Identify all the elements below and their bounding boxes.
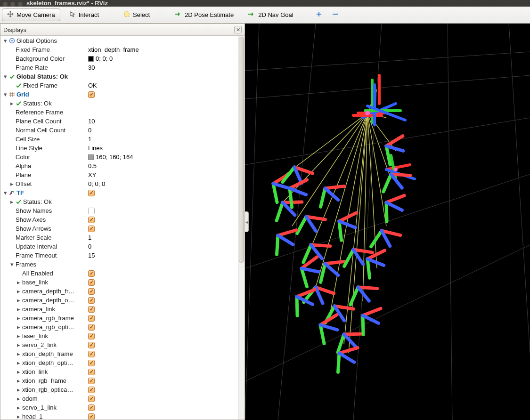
show-axes-checkbox[interactable]	[88, 217, 95, 223]
frame-10-checkbox[interactable]	[88, 369, 95, 375]
grid-color-value[interactable]: 160; 160; 164	[88, 153, 133, 161]
frame-rate-value[interactable]: 30	[88, 64, 95, 71]
update-interval-value[interactable]: 0	[88, 243, 91, 250]
frame-7-checkbox[interactable]	[88, 342, 95, 348]
frame-2[interactable]: ▸camera_depth_o…	[0, 296, 238, 305]
frame-2-checkbox[interactable]	[88, 297, 95, 304]
frame-14-expander[interactable]: ▸	[16, 404, 21, 411]
tf-display-expander[interactable]: ▾	[2, 189, 8, 196]
grid-plane-value[interactable]: XY	[88, 171, 96, 178]
frame-7-expander[interactable]: ▸	[16, 341, 21, 348]
frame-12-checkbox[interactable]	[88, 387, 95, 393]
frame-15-expander[interactable]: ▸	[16, 413, 21, 420]
scrollbar[interactable]	[238, 36, 245, 420]
grid-display-expander[interactable]: ▾	[2, 91, 8, 98]
global-status-expander[interactable]: ▾	[2, 73, 8, 80]
all-enabled-checkbox[interactable]	[88, 270, 95, 277]
frame-9-checkbox[interactable]	[88, 360, 95, 366]
frame-5[interactable]: ▸camera_rgb_opti…	[0, 323, 238, 331]
global-status[interactable]: ▾Global Status: Ok	[0, 72, 238, 81]
grid-display-checkbox[interactable]	[88, 91, 95, 98]
frame-14-checkbox[interactable]	[88, 404, 95, 411]
frame-7[interactable]: ▸servo_2_link	[0, 340, 238, 349]
frame-11[interactable]: ▸xtion_rgb_frame	[0, 376, 238, 385]
grid-alpha-value[interactable]: 0.5	[88, 162, 97, 170]
select-button[interactable]: Select	[118, 8, 155, 21]
frame-0-expander[interactable]: ▸	[16, 279, 21, 286]
global-options[interactable]: ▾Global Options	[0, 36, 238, 45]
frame-8-expander[interactable]: ▸	[16, 350, 21, 357]
frame-6-checkbox[interactable]	[88, 333, 95, 339]
interact-button[interactable]: Interact	[64, 8, 104, 21]
frame-3-checkbox[interactable]	[88, 306, 95, 313]
frame-0-checkbox[interactable]	[88, 279, 95, 286]
frames-expander[interactable]: ▾	[9, 261, 15, 268]
tf-status-expander[interactable]: ▸	[9, 198, 15, 205]
fixed-frame-status-value[interactable]: OK	[88, 82, 97, 89]
grid-status-expander[interactable]: ▸	[9, 100, 15, 107]
nav-goal-button[interactable]: 2D Nav Goal	[243, 9, 298, 21]
frame-4-checkbox[interactable]	[88, 315, 95, 322]
frame-5-expander[interactable]: ▸	[16, 323, 21, 331]
window-maximize-icon[interactable]	[18, 2, 23, 7]
frame-12[interactable]: ▸xtion_rgb_optica…	[0, 385, 238, 394]
frame-3-expander[interactable]: ▸	[16, 306, 21, 313]
grid-display[interactable]: ▾Grid	[0, 90, 238, 99]
normal-cell-count-value[interactable]: 0	[88, 127, 91, 134]
grid-offset-value[interactable]: 0; 0; 0	[88, 180, 105, 187]
cell-size-value[interactable]: 1	[88, 136, 91, 143]
frame-12-expander[interactable]: ▸	[16, 386, 21, 393]
frame-13-expander[interactable]: ▸	[16, 395, 21, 402]
show-names-checkbox[interactable]	[88, 208, 95, 214]
grid-offset[interactable]: ▸Offset0; 0; 0	[0, 179, 238, 188]
frame-1-checkbox[interactable]	[88, 288, 95, 295]
viewport-3d[interactable]	[245, 24, 530, 420]
pose-estimate-button[interactable]: 2D Pose Estimate	[169, 9, 239, 21]
frame-5-checkbox[interactable]	[88, 324, 95, 331]
frame-8-checkbox[interactable]	[88, 351, 95, 357]
marker-scale-value[interactable]: 1	[88, 234, 91, 241]
frame-6[interactable]: ▸laser_link	[0, 331, 238, 340]
frame-10[interactable]: ▸xtion_link	[0, 367, 238, 376]
frame-15[interactable]: ▸head_1	[0, 412, 238, 420]
frame-8[interactable]: ▸xtion_depth_frame	[0, 349, 238, 358]
move-camera-button[interactable]: Move Camera	[2, 8, 60, 21]
tf-display[interactable]: ▾TF	[0, 188, 238, 197]
frame-14[interactable]: ▸servo_1_link	[0, 403, 238, 412]
frame-10-expander[interactable]: ▸	[16, 368, 21, 375]
frame-3[interactable]: ▸camera_link	[0, 305, 238, 314]
tf-status[interactable]: ▸Status: Ok	[0, 197, 238, 206]
grid-status[interactable]: ▸Status: Ok	[0, 99, 238, 108]
frame-1-expander[interactable]: ▸	[16, 288, 21, 295]
frame-1[interactable]: ▸camera_depth_fr…	[0, 287, 238, 296]
window-minimize-icon[interactable]	[10, 2, 15, 7]
frame-15-checkbox[interactable]	[88, 413, 95, 420]
plane-cell-count-value[interactable]: 10	[88, 118, 95, 125]
frame-4[interactable]: ▸camera_rgb_frame	[0, 314, 238, 323]
fixed-frame-value[interactable]: xtion_depth_frame	[88, 46, 139, 53]
frame-6-expander[interactable]: ▸	[16, 332, 21, 339]
scrollbar-thumb[interactable]	[239, 37, 244, 263]
frame-timeout-value[interactable]: 15	[88, 252, 95, 259]
frame-2-expander[interactable]: ▸	[16, 297, 21, 304]
frames[interactable]: ▾Frames	[0, 260, 238, 269]
show-arrows-checkbox[interactable]	[88, 226, 95, 232]
frame-9[interactable]: ▸xtion_depth_opti…	[0, 358, 238, 367]
frame-9-expander[interactable]: ▸	[16, 359, 21, 366]
frame-11-checkbox[interactable]	[88, 378, 95, 384]
close-icon[interactable]: ✕	[234, 26, 242, 33]
viewport-canvas[interactable]	[245, 24, 530, 420]
line-style-value[interactable]: Lines	[88, 145, 103, 152]
frame-11-expander[interactable]: ▸	[16, 377, 21, 384]
window-close-icon[interactable]	[3, 2, 8, 7]
displays-panel-header[interactable]: Displays ✕	[0, 24, 245, 36]
background-color-value[interactable]: 0; 0; 0	[88, 55, 113, 62]
frame-0[interactable]: ▸base_link	[0, 278, 238, 287]
grid-offset-expander[interactable]: ▸	[9, 180, 15, 187]
panel-splitter[interactable]	[244, 211, 249, 232]
tree-body[interactable]: ▾Global OptionsFixed Framextion_depth_fr…	[0, 36, 238, 420]
frame-4-expander[interactable]: ▸	[16, 315, 21, 322]
add-display-button[interactable]	[313, 9, 325, 21]
remove-display-button[interactable]	[329, 9, 342, 21]
tf-display-checkbox[interactable]	[88, 190, 95, 196]
